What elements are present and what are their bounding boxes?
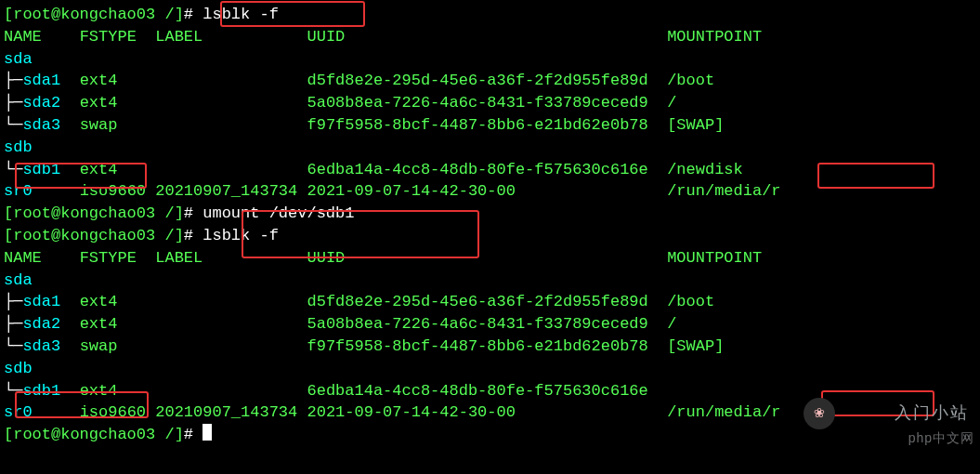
table-row: └─sda3 swap f97f5958-8bcf-4487-8bb6-e21b… [4, 114, 976, 137]
table-row: sdb [4, 137, 976, 159]
prompt-host: [root@kongchao03 /] [4, 6, 184, 23]
table-row: sda [4, 270, 976, 292]
col-label: LABEL [155, 28, 203, 46]
table-row: sda [4, 48, 976, 71]
watermark-site: 入门小站 [895, 402, 969, 425]
table-row: └─sdb1 ext4 6edba14a-4cc8-48db-80fe-f575… [4, 380, 976, 402]
mount-newdisk: /newdisk [667, 161, 743, 178]
cmd-umount: umount /dev/sdb1 [203, 204, 354, 222]
watermark-dev: php中文网 [908, 429, 974, 448]
table-row: ├─sda2 ext4 5a08b8ea-7226-4a6c-8431-f337… [4, 313, 976, 336]
table-header: NAME FSTYPE LABEL UUID MOUNTPOINT [4, 247, 976, 270]
cursor-block [203, 424, 212, 441]
table-row: └─sda3 swap f97f5958-8bcf-4487-8bb6-e21b… [4, 336, 976, 358]
table-row: ├─sda2 ext4 5a08b8ea-7226-4a6c-8431-f337… [4, 92, 976, 114]
col-name: NAME [4, 28, 42, 46]
table-row: ├─sda1 ext4 d5fd8e2e-295d-45e6-a36f-2f2d… [4, 291, 976, 313]
table-row: sr0 iso9660 20210907_143734 2021-09-07-1… [4, 180, 976, 203]
prompt-line-active[interactable]: [root@kongchao03 /]# [4, 424, 976, 446]
prompt-line[interactable]: [root@kongchao03 /]# umount /dev/sdb1 [4, 203, 976, 225]
col-mount: MOUNTPOINT [667, 28, 762, 46]
col-uuid: UUID [307, 28, 345, 46]
col-fstype: FSTYPE [80, 28, 137, 46]
table-header: NAME FSTYPE LABEL UUID MOUNTPOINT [4, 26, 976, 48]
wechat-icon: ❀ [804, 398, 835, 429]
cmd-lsblk-2: lsblk -f [203, 227, 279, 244]
table-row: sdb [4, 358, 976, 380]
prompt-line[interactable]: [root@kongchao03 /]# lsblk -f [4, 4, 976, 26]
prompt-char: # [184, 6, 203, 23]
table-row: ├─sda1 ext4 d5fd8e2e-295d-45e6-a36f-2f2d… [4, 70, 976, 92]
cmd-lsblk-1: lsblk -f [203, 6, 279, 23]
prompt-line[interactable]: [root@kongchao03 /]# lsblk -f [4, 225, 976, 247]
table-row: └─sdb1 ext4 6edba14a-4cc8-48db-80fe-f575… [4, 159, 976, 181]
